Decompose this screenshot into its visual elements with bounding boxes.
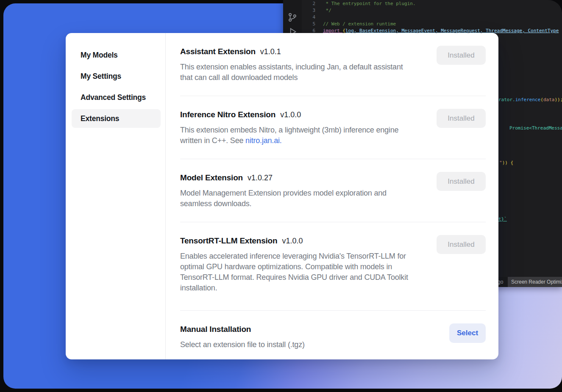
extension-version: v1.0.1	[260, 47, 281, 56]
code-fragment-template: t}`	[498, 216, 507, 223]
sidebar-item-my-settings[interactable]: My Settings	[72, 67, 161, 86]
extension-name: TensortRT-LLM Extension	[180, 235, 277, 246]
manual-installation-row: Manual Installation Select an extension …	[180, 311, 486, 363]
extension-description: This extension embeds Nitro, a lightweig…	[180, 125, 421, 146]
extensions-list: Assistant Extension v1.0.1 This extensio…	[166, 33, 498, 359]
extension-row-assistant: Assistant Extension v1.0.1 This extensio…	[180, 33, 486, 96]
desktop: 23456 * The entrypoint for the plugin. *…	[0, 0, 562, 392]
extension-description: Model Management Extension provides mode…	[180, 188, 421, 209]
code-fragment-promise: Promise<ThreadMessage>	[509, 125, 562, 132]
extension-name: Assistant Extension	[180, 46, 256, 57]
manual-installation-description: Select an extension file to install (.tg…	[180, 340, 434, 350]
extension-description: Enables accelerated inference leveraging…	[180, 251, 421, 293]
code-fragment-inference: rator.inference(data));	[498, 97, 562, 103]
status-screen-reader[interactable]: Screen Reader Optimized	[508, 277, 562, 287]
extension-name: Inference Nitro Extension	[180, 109, 275, 120]
extension-row-tensorrt: TensortRT-LLM Extension v1.0.0 Enables a…	[180, 222, 486, 311]
sidebar-item-my-models[interactable]: My Models	[72, 46, 161, 64]
select-button[interactable]: Select	[449, 323, 486, 343]
installed-button[interactable]: Installed	[437, 235, 486, 254]
extension-version: v1.0.0	[280, 110, 301, 119]
extension-row-model: Model Extension v1.0.27 Model Management…	[180, 159, 486, 222]
line-numbers: 23456	[305, 0, 315, 34]
extension-description: This extension enables assistants, inclu…	[180, 62, 421, 83]
sidebar-item-advanced-settings[interactable]: Advanced Settings	[72, 88, 161, 107]
code-fragment-brace: ")) {	[499, 160, 513, 166]
source-control-icon[interactable]	[287, 12, 298, 23]
installed-button[interactable]: Installed	[437, 172, 486, 191]
installed-button[interactable]: Installed	[437, 109, 486, 128]
nitro-link[interactable]: nitro.jan.ai.	[245, 136, 281, 145]
extension-row-nitro: Inference Nitro Extension v1.0.0 This ex…	[180, 96, 486, 159]
extension-name: Model Extension	[180, 172, 243, 183]
status-language[interactable]: go	[498, 279, 503, 285]
sidebar-item-extensions[interactable]: Extensions	[72, 109, 161, 128]
manual-installation-title: Manual Installation	[180, 324, 251, 335]
settings-sidebar: My Models My Settings Advanced Settings …	[66, 33, 166, 359]
installed-button[interactable]: Installed	[437, 46, 486, 65]
settings-modal: My Models My Settings Advanced Settings …	[66, 33, 498, 359]
code-lines: * The entrypoint for the plugin. */// We…	[323, 0, 559, 34]
extension-version: v1.0.0	[282, 237, 303, 246]
extension-version: v1.0.27	[248, 174, 273, 182]
